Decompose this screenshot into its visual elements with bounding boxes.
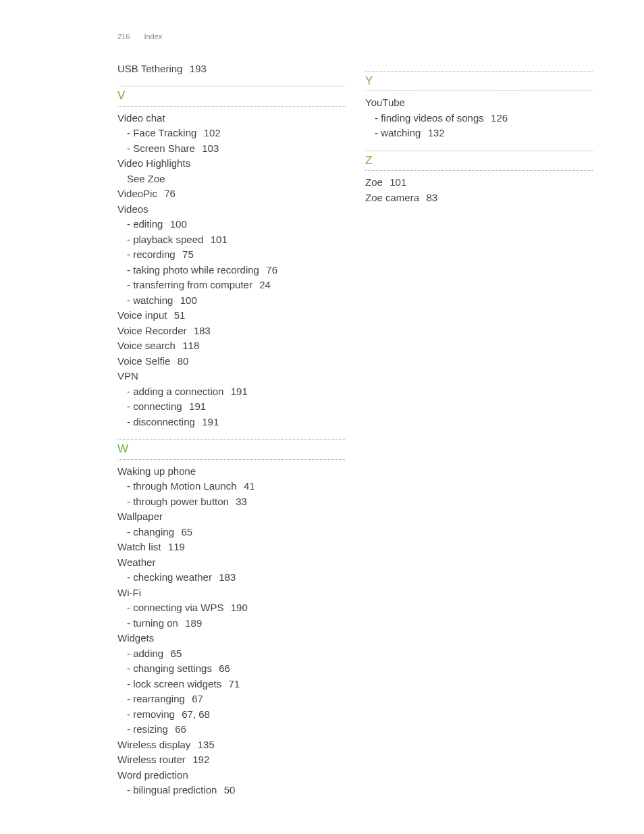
index-entry-pages: 65 [165, 648, 182, 659]
index-entry-text: See Zoe [127, 173, 165, 184]
index-entry[interactable]: Wireless router 192 [117, 752, 345, 768]
index-entry[interactable]: Wireless display 135 [117, 737, 345, 753]
index-entry[interactable]: Voice Recorder 183 [117, 323, 345, 339]
index-subentries: - checking weather 183 [117, 570, 345, 585]
index-entry-text: Watch list [117, 541, 161, 552]
index-entry-pages: 101 [205, 234, 227, 245]
index-entry-pages: 41 [238, 480, 255, 492]
index-subentry[interactable]: - disconnecting 191 [127, 415, 345, 430]
index-entry-pages: 183 [188, 325, 211, 336]
index-entry[interactable]: Word prediction [117, 768, 345, 783]
index-subentry[interactable]: - removing 67, 68 [127, 707, 345, 723]
index-entry-text: VPN [117, 370, 138, 382]
index-subentry[interactable]: - finding videos of songs 126 [375, 111, 593, 126]
index-subentry[interactable]: - through Motion Launch 41 [127, 479, 345, 494]
index-subentry[interactable]: - bilingual prediction 50 [127, 783, 345, 798]
index-entry[interactable]: USB Tethering 193 [117, 61, 345, 77]
index-entry-text: Wireless router [117, 754, 186, 765]
index-subentry[interactable]: - taking photo while recording 76 [127, 263, 345, 278]
index-entry-pages: 135 [192, 739, 214, 750]
index-entry-pages: 76 [261, 264, 277, 276]
section-title: Index [144, 32, 162, 41]
index-subentry[interactable]: - checking weather 183 [127, 570, 345, 585]
index-subentry[interactable]: - changing settings 66 [127, 661, 345, 677]
index-entry-pages: 67 [186, 693, 203, 704]
index-subentry[interactable]: - recording 75 [127, 247, 345, 263]
index-entry[interactable]: Voice Selfie 80 [117, 354, 345, 369]
index-entry-text: Widgets [117, 632, 154, 644]
index-subentry[interactable]: - adding a connection 191 [127, 384, 345, 400]
index-subentry[interactable]: - changing 65 [127, 525, 345, 540]
index-entry[interactable]: Weather [117, 555, 345, 571]
index-entry-pages: 191 [225, 386, 247, 397]
index-entry[interactable]: YouTube [365, 95, 593, 111]
index-subentries: - adding a connection 191- connecting 19… [117, 384, 345, 430]
index-subentry[interactable]: - rearranging 67 [127, 692, 345, 707]
index-subentry[interactable]: - through power button 33 [127, 494, 345, 510]
index-entry-text: - removing [127, 708, 175, 720]
index-entry[interactable]: Widgets [117, 631, 345, 646]
index-subentry[interactable]: - editing 100 [127, 217, 345, 232]
index-subentries: - Face Tracking 102- Screen Share 103 [117, 126, 345, 156]
index-subentry[interactable]: - Screen Share 103 [127, 141, 345, 157]
index-subentry[interactable]: - resizing 66 [127, 722, 345, 737]
index-entry[interactable]: Voice search 118 [117, 338, 345, 354]
index-entry-pages: 100 [174, 294, 196, 306]
index-entry-text: - checking weather [127, 571, 212, 583]
index-entry-text: - recording [127, 249, 176, 260]
index-subentry[interactable]: - watching 100 [127, 293, 345, 309]
index-subentries: See Zoe [117, 172, 345, 187]
index-letter-heading: Y [365, 71, 593, 92]
index-subentries: - changing 65 [117, 525, 345, 540]
index-entry-text: - changing settings [127, 662, 212, 674]
index-entry-pages: 67, 68 [176, 708, 210, 720]
index-subentry[interactable]: - watching 132 [375, 126, 593, 141]
index-entry-pages: 76 [159, 188, 176, 199]
index-subentry[interactable]: - adding 65 [127, 646, 345, 662]
index-subentry[interactable]: - playback speed 101 [127, 232, 345, 248]
index-entry[interactable]: Video Highlights [117, 156, 345, 172]
index-entry-text: - watching [127, 294, 173, 306]
index-entry-text: Voice input [117, 309, 167, 321]
index-entry-text: - adding [127, 648, 163, 659]
index-entry-text: Video chat [117, 112, 165, 124]
index-entry-pages: 100 [164, 218, 186, 230]
index-subentries: - editing 100- playback speed 101- recor… [117, 217, 345, 308]
index-entry[interactable]: Zoe 101 [365, 175, 593, 190]
index-entry[interactable]: VideoPic 76 [117, 186, 345, 202]
index-entry-text: Voice Selfie [117, 355, 170, 367]
index-entry-text: - lock screen widgets [127, 678, 221, 689]
index-subentries: - connecting via WPS 190- turning on 189 [117, 600, 345, 631]
index-subentry[interactable]: - lock screen widgets 71 [127, 677, 345, 692]
index-subentry[interactable]: - connecting 191 [127, 399, 345, 415]
index-entry-pages: 83 [421, 192, 437, 203]
index-entry[interactable]: Video chat [117, 111, 345, 126]
index-entry-text: Zoe camera [365, 192, 419, 203]
index-subentry[interactable]: - connecting via WPS 190 [127, 600, 345, 616]
index-entry[interactable]: Wi-Fi [117, 585, 345, 601]
index-entry-pages: 132 [422, 127, 444, 138]
index-entry[interactable]: Waking up phone [117, 464, 345, 479]
index-subentry[interactable]: - turning on 189 [127, 616, 345, 631]
index-subentry[interactable]: See Zoe [127, 172, 345, 187]
index-entry[interactable]: Voice input 51 [117, 308, 345, 323]
index-entry-text: - resizing [127, 723, 168, 735]
index-entry[interactable]: Zoe camera 83 [365, 190, 593, 206]
index-entry[interactable]: VPN [117, 369, 345, 384]
index-entry[interactable]: Watch list 119 [117, 540, 345, 555]
index-letter-heading: V [117, 86, 345, 107]
index-entry[interactable]: Wallpaper [117, 509, 345, 525]
index-entry-text: - adding a connection [127, 386, 223, 397]
page-header: 216 Index [117, 31, 593, 43]
index-entry[interactable]: Videos [117, 202, 345, 217]
index-letter-heading: W [117, 439, 345, 460]
index-entry-text: Wallpaper [117, 511, 163, 522]
index-entry-text: YouTube [365, 97, 405, 108]
index-entry-text: - changing [127, 526, 174, 538]
index-entry-pages: 50 [218, 784, 235, 796]
index-subentry[interactable]: - transferring from computer 24 [127, 278, 345, 293]
index-entry-text: - disconnecting [127, 416, 195, 427]
index-entry-text: - connecting via WPS [127, 602, 223, 613]
index-entry-text: Voice search [117, 340, 176, 351]
index-subentry[interactable]: - Face Tracking 102 [127, 126, 345, 141]
